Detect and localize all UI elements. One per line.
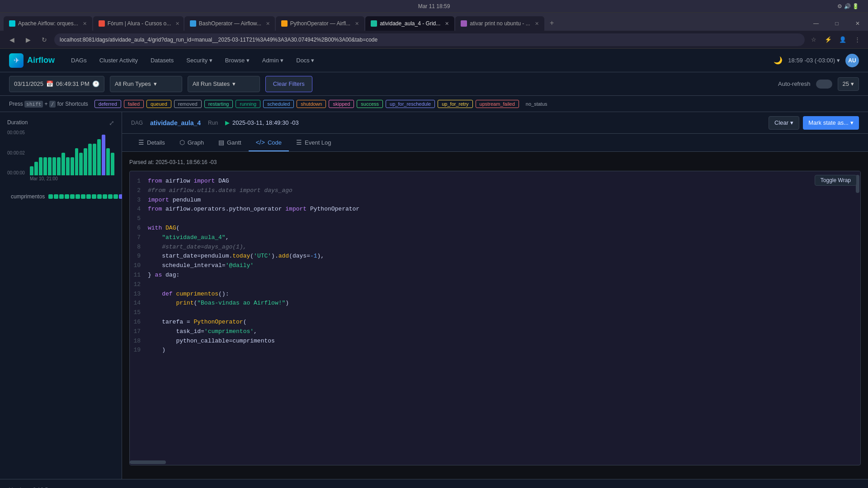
- auto-refresh-toggle[interactable]: [816, 80, 832, 89]
- airflow-logo: ✈ Airflow: [9, 53, 55, 68]
- maximize-button[interactable]: □: [826, 16, 847, 31]
- back-button[interactable]: ◀: [5, 33, 18, 46]
- toggle-wrap-button[interactable]: Toggle Wrap: [815, 175, 857, 186]
- browser-tab-6[interactable]: ativar print no ubuntu - ... ✕: [455, 16, 544, 31]
- run-states-filter[interactable]: All Run States ▾: [188, 76, 260, 92]
- run-types-filter[interactable]: All Run Types ▾: [110, 76, 182, 92]
- browser-tab-3[interactable]: BashOperator — Airflow... ✕: [184, 16, 275, 31]
- bar-16: [97, 139, 101, 175]
- badge-skipped[interactable]: skipped: [329, 100, 354, 108]
- status-dot-12: [108, 194, 113, 199]
- refresh-count[interactable]: 25 ▾: [838, 77, 859, 91]
- system-bar: Mar 11 18:59 ⚙ 🔊 🔋: [0, 0, 868, 13]
- event-log-icon: ☰: [296, 139, 302, 146]
- date-filter[interactable]: 03/11/2025 📅 06:49:31 PM 🕐: [9, 76, 104, 92]
- tabs-nav: ☰ Details ⬡ Graph ▤ Gantt </> Code ☰ Eve…: [122, 134, 868, 152]
- badge-shutdown[interactable]: shutdown: [297, 100, 326, 108]
- code-line-4: 4 from airflow.operators.python_operator…: [130, 205, 855, 214]
- dark-mode-icon[interactable]: 🌙: [774, 56, 783, 65]
- profile-icon[interactable]: 👤: [837, 34, 848, 45]
- nav-security[interactable]: Security ▾: [181, 54, 218, 66]
- tab1-favicon: [9, 20, 15, 27]
- header-time[interactable]: 18:59 -03 (-03:00) ▾: [788, 57, 840, 64]
- status-dot-5: [70, 194, 75, 199]
- dag-name[interactable]: atividade_aula_4: [150, 119, 201, 127]
- browser-tab-5[interactable]: atividade_aula_4 - Grid... ✕: [365, 16, 454, 31]
- clear-button[interactable]: Clear ▾: [769, 116, 799, 130]
- badge-upstream-failed[interactable]: upstream_failed: [476, 100, 519, 108]
- chart-expand-icon[interactable]: ⤢: [109, 119, 114, 127]
- badge-success[interactable]: success: [357, 100, 383, 108]
- code-container[interactable]: Toggle Wrap 1 from airflow import DAG 2 …: [129, 171, 861, 465]
- bar-15: [93, 144, 96, 175]
- tab5-label: atividade_aula_4 - Grid...: [380, 20, 440, 27]
- minimize-button[interactable]: —: [806, 16, 826, 31]
- tab6-close[interactable]: ✕: [535, 21, 539, 27]
- code-line-5: 5: [130, 214, 855, 224]
- browser-tab-1[interactable]: Apache Airflow: orques... ✕: [4, 16, 92, 31]
- left-panel: Duration ⤢ 00:00:05 00:00:02 00:00:00: [0, 112, 122, 479]
- menu-icon[interactable]: ⋮: [852, 34, 863, 45]
- badge-queued[interactable]: queued: [146, 100, 171, 108]
- h-scrollbar-thumb[interactable]: [130, 460, 166, 464]
- tab-event-log[interactable]: ☰ Event Log: [289, 134, 339, 151]
- bar-6: [52, 157, 56, 175]
- close-button[interactable]: ✕: [847, 16, 868, 31]
- system-datetime: Mar 11 18:59: [418, 3, 450, 9]
- tab3-close[interactable]: ✕: [266, 21, 270, 27]
- badge-restarting[interactable]: restarting: [204, 100, 233, 108]
- browser-tab-4[interactable]: PythonOperator — Airfl... ✕: [276, 16, 364, 31]
- code-line-1: 1 from airflow import DAG: [130, 177, 855, 186]
- status-dot-3: [59, 194, 64, 199]
- nav-cluster[interactable]: Cluster Activity: [94, 54, 143, 66]
- star-icon[interactable]: ☆: [808, 34, 819, 45]
- badge-deferred[interactable]: deferred: [94, 100, 121, 108]
- badge-removed[interactable]: removed: [174, 100, 202, 108]
- run-states-label: All Run States: [193, 80, 230, 87]
- nav-datasets[interactable]: Datasets: [145, 54, 179, 66]
- vertical-scrollbar[interactable]: [855, 171, 860, 458]
- tab5-close[interactable]: ✕: [445, 21, 449, 27]
- horizontal-scrollbar[interactable]: [130, 460, 855, 465]
- nav-docs[interactable]: Docs ▾: [291, 54, 320, 66]
- nav-dags[interactable]: DAGs: [66, 54, 92, 66]
- badge-up-for-retry[interactable]: up_for_retry: [438, 100, 472, 108]
- forward-button[interactable]: ▶: [22, 33, 34, 46]
- nav-browse[interactable]: Browse ▾: [220, 54, 255, 66]
- badge-scheduled[interactable]: scheduled: [263, 100, 294, 108]
- y-axis-labels: 00:00:05 00:00:02 00:00:00: [7, 130, 25, 175]
- tab2-close[interactable]: ✕: [175, 21, 179, 27]
- clear-filters-button[interactable]: Clear Filters: [265, 76, 312, 92]
- tab-gantt[interactable]: ▤ Gantt: [211, 134, 249, 151]
- gantt-icon: ▤: [218, 139, 224, 146]
- badge-failed[interactable]: failed: [124, 100, 144, 108]
- tab-graph[interactable]: ⬡ Graph: [172, 134, 211, 151]
- browser-tab-2[interactable]: Fórum | Alura - Cursos o... ✕: [93, 16, 184, 31]
- extension-icon[interactable]: ⚡: [823, 34, 834, 45]
- nav-admin[interactable]: Admin ▾: [257, 54, 289, 66]
- clock-icon: 🕐: [92, 80, 99, 87]
- task-name: cumprimentos: [11, 193, 45, 200]
- bar-17: [102, 135, 105, 175]
- run-label: Run: [208, 120, 218, 126]
- tab3-label: BashOperator — Airflow...: [199, 20, 261, 27]
- code-line-19: 19 ): [130, 346, 855, 355]
- bar-2: [34, 162, 38, 175]
- badge-no-status[interactable]: no_status: [522, 100, 552, 108]
- tab-code[interactable]: </> Code: [249, 134, 289, 151]
- new-tab-button[interactable]: +: [545, 16, 559, 30]
- run-types-label: All Run Types: [115, 80, 151, 87]
- tab-details[interactable]: ☰ Details: [131, 134, 172, 151]
- chart-header: Duration ⤢: [7, 119, 114, 127]
- dag-header: DAG atividade_aula_4 Run ▶ 2025-03-11, 1…: [122, 112, 868, 134]
- mark-state-button[interactable]: Mark state as... ▾: [803, 116, 859, 130]
- url-input[interactable]: localhost:8081/dags/atividade_aula_4/gri…: [54, 33, 805, 46]
- refresh-button[interactable]: ↻: [38, 33, 51, 46]
- tab4-close[interactable]: ✕: [355, 21, 359, 27]
- tab1-close[interactable]: ✕: [83, 21, 87, 27]
- logo-icon: ✈: [9, 53, 24, 68]
- filter-bar: 03/11/2025 📅 06:49:31 PM 🕐 All Run Types…: [0, 72, 868, 96]
- badge-up-for-reschedule[interactable]: up_for_reschedule: [386, 100, 435, 108]
- user-avatar[interactable]: AU: [845, 54, 859, 67]
- badge-running[interactable]: running: [236, 100, 260, 108]
